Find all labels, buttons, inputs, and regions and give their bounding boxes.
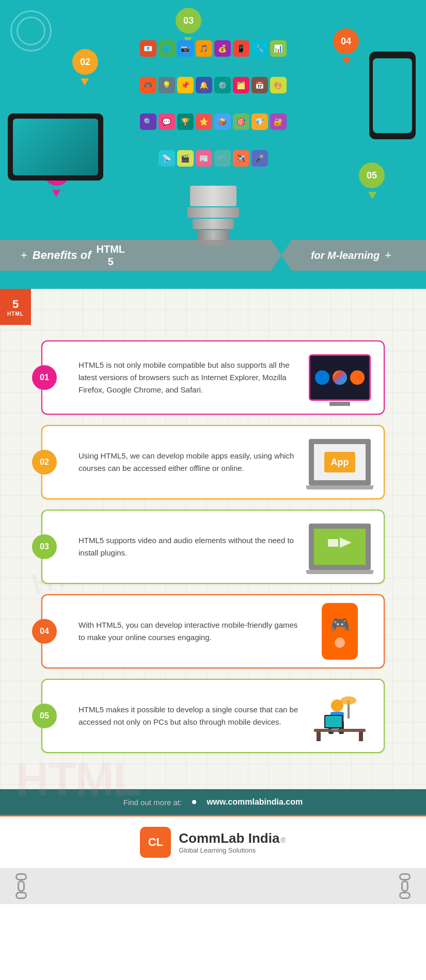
app-icon: 🗂️ (233, 77, 249, 93)
app-icon: 📅 (251, 77, 268, 93)
footer-url: www.commlabindia.com (207, 797, 303, 807)
footer-dot (192, 800, 196, 804)
bulb-ring-1 (187, 207, 239, 218)
app-icon: ⭐ (196, 113, 212, 130)
card-number-04: 04 (32, 619, 57, 644)
chain-link (15, 892, 27, 899)
app-icon: 💎 (251, 113, 268, 130)
arrow-04 (342, 58, 351, 65)
app-icon: 📊 (270, 40, 287, 57)
svg-rect-0 (328, 539, 338, 547)
browser-icons (315, 370, 365, 385)
app-icon: 🏆 (177, 113, 194, 130)
bubble-04: 04 (333, 28, 359, 54)
banner-plus-right: + (385, 249, 391, 262)
monitor-stand (329, 402, 350, 406)
card-text-02: Using HTML5, we can develop mobile apps … (78, 450, 298, 475)
card-text-04: With HTML5, you can develop interactive … (78, 619, 298, 644)
icons-cloud: 📧🌐📷🎵💰📱🔧📊🎮💡📌🔔⚙️🗂️📅🎨🔍💬🏆⭐📦🎯💎🔐📡🎬📰🛒✈️🎤 (136, 31, 291, 175)
app-screen: App (314, 444, 366, 480)
bulb-base (182, 175, 244, 242)
footer-section: Find out more at: www.commlabindia.com (0, 789, 426, 815)
app-icon: 🎵 (196, 40, 212, 57)
app-icon: 💰 (214, 40, 231, 57)
card-text-03: HTML5 supports video and audio elements … (78, 534, 298, 559)
video-screen (314, 529, 366, 565)
card-image-02: App (306, 436, 373, 488)
app-icon: 📷 (177, 40, 194, 57)
app-icon: 📡 (159, 150, 175, 167)
phone-game-image: 🎮 (322, 603, 358, 660)
app-icon: 🛒 (214, 150, 231, 167)
card-text-05: HTML5 makes it possible to develop a sin… (78, 704, 298, 728)
video-laptop-image (309, 524, 371, 570)
app-icon: 🌐 (159, 40, 175, 57)
app-icon: 🎯 (233, 113, 249, 130)
app-icon: 📰 (196, 150, 212, 167)
header-banner: + Benefits of HTML5 for M-learning + (0, 237, 426, 273)
card-text-01: HTML5 is not only mobile compatible but … (78, 359, 298, 396)
lightbulb-container: 📧🌐📷🎵💰📱🔧📊🎮💡📌🔔⚙️🗂️📅🎨🔍💬🏆⭐📦🎯💎🔐📡🎬📰🛒✈️🎤 (131, 31, 296, 237)
card-image-04: 🎮 (306, 606, 373, 657)
svg-rect-13 (332, 728, 338, 730)
decorative-circle (10, 10, 52, 52)
game-controller-icon: 🎮 (330, 615, 350, 633)
bulb-neck (190, 186, 236, 206)
commlab-text-wrap: CommLab India ® Global Learning Solution… (179, 830, 286, 854)
tablet-screen (13, 119, 98, 175)
banner-plus-left: + (21, 249, 27, 262)
video-laptop-base (306, 570, 373, 574)
tablet-device (8, 113, 103, 181)
banner-benefits-text: Benefits of (33, 249, 91, 262)
card-image-01 (306, 352, 373, 403)
svg-marker-1 (340, 537, 352, 548)
commlab-name: CommLab India (179, 830, 279, 846)
phone-device (369, 52, 416, 139)
benefit-card-01: 01 HTML5 is not only mobile compatible b… (41, 340, 385, 415)
chain-link (15, 873, 27, 880)
monitor-image (309, 354, 371, 401)
laptop-base (306, 485, 373, 489)
ie-icon (315, 370, 329, 385)
app-icon: 🎤 (251, 150, 268, 167)
chrome-icon (333, 370, 347, 385)
firefox-icon (350, 370, 365, 385)
card-number-05: 05 (32, 704, 57, 728)
arrow-01 (52, 190, 60, 197)
app-icon: 📱 (233, 40, 249, 57)
commlab-registered: ® (280, 836, 286, 844)
card-image-05 (306, 690, 373, 742)
app-icon: 🔧 (251, 40, 268, 57)
bulb-ring-2 (193, 219, 234, 229)
banner-left: + Benefits of HTML5 (0, 240, 281, 271)
content-section: 5 HTML HTML5 HTML 01 HTML5 is not only m… (0, 289, 426, 789)
svg-rect-10 (359, 732, 363, 741)
app-icon: 💬 (159, 113, 175, 130)
app-icon: 💡 (159, 77, 175, 93)
phone-button (335, 638, 345, 648)
phone-screen (373, 58, 412, 133)
commlab-logo: CL (140, 827, 171, 858)
arrow-05 (368, 192, 376, 199)
app-icon: 📌 (177, 77, 194, 93)
app-icon: 🔔 (196, 77, 212, 93)
card-number-02: 02 (32, 450, 57, 475)
arrow-02 (81, 78, 89, 86)
chain-right (399, 873, 411, 899)
commlab-section: CL CommLab India ® Global Learning Solut… (0, 815, 426, 868)
app-icon: 🔐 (270, 113, 287, 130)
chain-link (399, 892, 411, 899)
svg-rect-12 (325, 716, 342, 727)
commlab-logo-text: CL (148, 836, 163, 849)
chains-section (0, 868, 426, 904)
benefit-card-03: 03 HTML5 supports video and audio elemen… (41, 510, 385, 584)
svg-rect-9 (317, 732, 321, 741)
card-image-03 (306, 521, 373, 573)
header-section: 01 02 03 04 05 📧🌐📷🎵💰📱🔧📊🎮💡📌🔔⚙️🗂️📅🎨🔍💬🏆⭐📦🎯💎… (0, 0, 426, 289)
banner-right: for M-learning + (281, 240, 426, 271)
desk-scene-image (309, 690, 371, 742)
app-icon: 📦 (214, 113, 231, 130)
app-icon: ✈️ (233, 150, 249, 167)
app-icon: 🎨 (270, 77, 287, 93)
app-icon: 📧 (140, 40, 156, 57)
